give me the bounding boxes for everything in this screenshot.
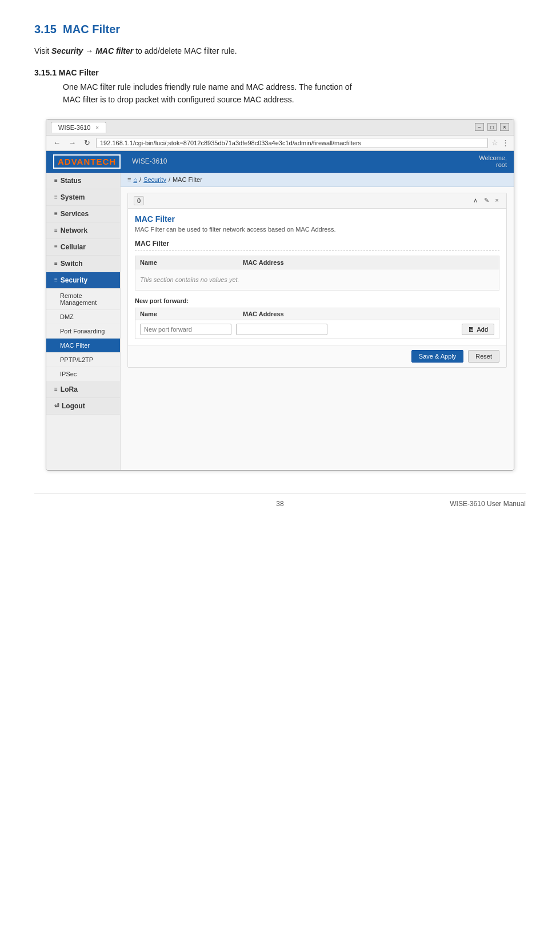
- back-button[interactable]: ←: [51, 138, 63, 148]
- minimize-button[interactable]: −: [475, 123, 484, 131]
- menu-icon: ≡: [54, 177, 58, 184]
- menu-icon: ≡: [54, 194, 58, 200]
- refresh-button[interactable]: ↻: [82, 138, 93, 148]
- sidebar-subitem-port-forwarding[interactable]: Port Forwarding: [46, 324, 120, 339]
- browser-titlebar: WISE-3610 × − □ ×: [46, 120, 514, 136]
- table-header-row: Name MAC Address: [135, 256, 499, 269]
- collapse-icon[interactable]: ∧: [471, 196, 479, 205]
- mac-filter-desc: MAC Filter can be used to filter network…: [135, 226, 499, 233]
- menu-icon: ≡: [54, 277, 58, 283]
- titlebar-controls: − □ ×: [475, 123, 509, 131]
- browser-tab[interactable]: WISE-3610 ×: [51, 122, 106, 133]
- bookmark-star-icon: ☆: [491, 138, 498, 147]
- sidebar-item-system[interactable]: ≡ System: [46, 189, 120, 206]
- save-apply-button[interactable]: Save & Apply: [411, 350, 463, 363]
- card-close-icon[interactable]: ×: [494, 196, 501, 205]
- add-button[interactable]: 🖹 Add: [462, 324, 494, 335]
- sidebar-subitem-mac-filter[interactable]: MAC Filter: [46, 339, 120, 353]
- device-name: WISE-3610: [132, 157, 167, 165]
- breadcrumb-current: MAC Filter: [173, 176, 202, 183]
- sidebar-item-status[interactable]: ≡ Status: [46, 173, 120, 189]
- sidebar-item-lora[interactable]: ≡ LoRa: [46, 381, 120, 398]
- menu-icon: ≡: [54, 227, 58, 233]
- reset-button[interactable]: Reset: [468, 350, 499, 363]
- sidebar-subitem-ipsec[interactable]: IPSec: [46, 367, 120, 381]
- mac-filter-card: 0 ∧ ✎ × MAC Filter MAC Filter can be use…: [127, 193, 507, 368]
- sidebar-item-logout[interactable]: ⏎ Logout: [46, 398, 120, 415]
- col-mac-header: MAC Address: [243, 259, 494, 266]
- sidebar-subitem-dmz[interactable]: DMZ: [46, 310, 120, 324]
- breadcrumb-home-icon[interactable]: ⌂: [133, 176, 137, 183]
- menu-icon: ≡: [54, 210, 58, 217]
- breadcrumb-sep2: /: [169, 176, 170, 183]
- new-col-name-header: Name: [140, 311, 243, 317]
- forward-button[interactable]: →: [66, 138, 78, 148]
- new-entry-label: New port forward:: [135, 297, 499, 304]
- menu-icon[interactable]: ⋮: [502, 138, 509, 147]
- breadcrumb-section[interactable]: Security: [143, 176, 166, 183]
- sidebar: ≡ Status ≡ System ≡ Services ≡ Network ≡…: [46, 173, 121, 470]
- mac-filter-section-label: MAC Filter: [135, 240, 499, 251]
- welcome-text: Welcome, root: [479, 154, 507, 168]
- section-title: 3.15 MAC Filter: [34, 23, 526, 36]
- tab-close-icon[interactable]: ×: [95, 125, 99, 131]
- sidebar-item-network[interactable]: ≡ Network: [46, 222, 120, 239]
- main-content: ≡ ⌂ / Security / MAC Filter 0 ∧ ✎: [121, 173, 514, 470]
- doc-name: WISE-3610 User Manual: [362, 500, 526, 508]
- breadcrumb: ≡ ⌂ / Security / MAC Filter: [121, 173, 514, 187]
- close-button[interactable]: ×: [500, 123, 509, 131]
- card-header: 0 ∧ ✎ ×: [128, 193, 506, 209]
- new-entry-header: Name MAC Address: [135, 308, 499, 320]
- content-area: 0 ∧ ✎ × MAC Filter MAC Filter can be use…: [121, 187, 514, 380]
- card-badge: 0: [134, 196, 144, 205]
- edit-icon[interactable]: ✎: [482, 196, 491, 205]
- col-name-header: Name: [140, 259, 243, 266]
- router-logo: ADVANTECH: [53, 154, 121, 169]
- router-ui: ≡ Status ≡ System ≡ Services ≡ Network ≡…: [46, 173, 514, 470]
- card-header-actions: ∧ ✎ ×: [471, 196, 501, 205]
- sidebar-item-security[interactable]: ≡ Security: [46, 272, 120, 289]
- breadcrumb-sep1: /: [139, 176, 141, 183]
- url-input[interactable]: [96, 138, 488, 148]
- add-icon: 🖹: [468, 326, 474, 333]
- subsection-body: One MAC filter rule includes friendly ru…: [63, 81, 526, 106]
- sidebar-item-switch[interactable]: ≡ Switch: [46, 256, 120, 272]
- new-mac-input[interactable]: [236, 324, 327, 335]
- maximize-button[interactable]: □: [487, 123, 497, 131]
- browser-window: WISE-3610 × − □ × ← → ↻ ☆ ⋮ ADVANTECH WI…: [46, 119, 514, 471]
- sidebar-item-cellular[interactable]: ≡ Cellular: [46, 239, 120, 256]
- mac-filter-title: MAC Filter: [135, 214, 499, 224]
- sidebar-subitem-remote-management[interactable]: Remote Management: [46, 289, 120, 310]
- page-number: 38: [198, 500, 362, 508]
- browser-addressbar: ← → ↻ ☆ ⋮: [46, 136, 514, 151]
- page-footer: 38 WISE-3610 User Manual: [34, 494, 526, 508]
- menu-icon: ≡: [54, 260, 58, 266]
- menu-icon: ≡: [54, 386, 58, 392]
- new-entry-row: 🖹 Add: [135, 320, 499, 339]
- subsection-title: 3.15.1 MAC Filter: [34, 68, 526, 77]
- new-name-input[interactable]: [140, 324, 231, 335]
- sidebar-subitem-pptp[interactable]: PPTP/L2TP: [46, 353, 120, 367]
- card-header-left: 0: [134, 196, 144, 205]
- empty-section: This section contains no values yet.: [135, 269, 499, 291]
- intro-paragraph: Visit Security → MAC filter to add/delet…: [34, 46, 526, 55]
- footer-actions: Save & Apply Reset: [128, 345, 506, 367]
- sidebar-item-services[interactable]: ≡ Services: [46, 206, 120, 222]
- router-header: ADVANTECH WISE-3610 Welcome, root: [46, 151, 514, 173]
- menu-lines-icon: ≡: [127, 176, 131, 183]
- logout-icon: ⏎: [54, 403, 59, 409]
- new-col-mac-header: MAC Address: [243, 311, 494, 317]
- menu-icon: ≡: [54, 244, 58, 250]
- card-body: MAC Filter MAC Filter can be used to fil…: [128, 209, 506, 345]
